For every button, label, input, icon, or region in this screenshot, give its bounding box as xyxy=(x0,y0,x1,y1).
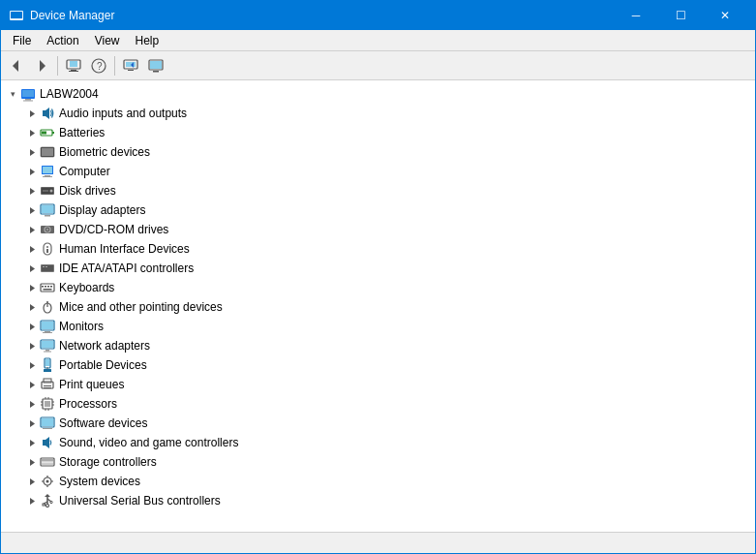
svg-rect-1 xyxy=(11,12,22,18)
svg-rect-18 xyxy=(22,90,34,97)
svg-marker-4 xyxy=(40,60,45,72)
menu-item-view[interactable]: View xyxy=(87,32,128,49)
tree-item-keyboards[interactable]: Keyboards xyxy=(1,278,755,297)
icon-dvd xyxy=(40,222,55,237)
toggle-storage[interactable] xyxy=(24,454,40,470)
icon-audio xyxy=(40,106,55,121)
icon-processors xyxy=(40,396,55,412)
icon-diskdrives xyxy=(40,183,55,199)
toggle-software[interactable] xyxy=(24,416,40,431)
main-content[interactable]: ▾ LABW2004 Audio inputs and outputsBatte… xyxy=(1,80,755,532)
toggle-keyboards[interactable] xyxy=(24,280,40,295)
tree-root[interactable]: ▾ LABW2004 xyxy=(1,84,755,104)
toggle-usb[interactable] xyxy=(24,493,40,508)
svg-marker-44 xyxy=(30,227,35,233)
root-icon xyxy=(20,86,36,102)
icon-usb xyxy=(40,493,55,508)
tree-item-usb[interactable]: Universal Serial Bus controllers xyxy=(1,491,755,510)
tree-item-biometric[interactable]: Biometric devices xyxy=(1,142,755,162)
toolbar-btn-monitor[interactable] xyxy=(144,54,167,77)
menu-item-file[interactable]: File xyxy=(5,32,39,49)
tree-item-software[interactable]: Software devices xyxy=(1,414,755,433)
tree-item-network[interactable]: Network adapters xyxy=(1,336,755,355)
toggle-print[interactable] xyxy=(24,377,40,392)
icon-mice xyxy=(40,299,55,315)
toolbar-btn-back[interactable] xyxy=(5,54,28,77)
icon-computer xyxy=(40,164,55,179)
toolbar-btn-forward[interactable] xyxy=(30,54,53,77)
tree-item-diskdrives[interactable]: Disk drives xyxy=(1,181,755,200)
label-ide: IDE ATA/ATAPI controllers xyxy=(59,262,194,275)
device-tree: ▾ LABW2004 Audio inputs and outputsBatte… xyxy=(1,82,755,512)
toggle-system[interactable] xyxy=(24,474,40,489)
root-toggle[interactable]: ▾ xyxy=(5,86,20,102)
close-button[interactable]: ✕ xyxy=(703,1,747,30)
svg-marker-116 xyxy=(30,498,35,505)
svg-rect-15 xyxy=(150,61,162,69)
svg-rect-60 xyxy=(45,286,46,288)
tree-item-dvd[interactable]: DVD/CD-ROM drives xyxy=(1,220,755,239)
tree-item-display[interactable]: Display adapters xyxy=(1,200,755,220)
tree-item-print[interactable]: Print queues xyxy=(1,375,755,394)
toggle-monitors[interactable] xyxy=(24,319,40,334)
toolbar-btn-help[interactable]: ? xyxy=(87,54,110,77)
icon-storage xyxy=(40,454,55,470)
svg-rect-13 xyxy=(128,70,134,71)
tree-item-system[interactable]: System devices xyxy=(1,472,755,491)
toggle-batteries[interactable] xyxy=(24,125,40,140)
label-print: Print queues xyxy=(59,378,124,391)
toggle-biometric[interactable] xyxy=(24,144,40,160)
toggle-processors[interactable] xyxy=(24,396,40,412)
tree-item-monitors[interactable]: Monitors xyxy=(1,317,755,336)
svg-rect-63 xyxy=(44,289,52,291)
menu-item-help[interactable]: Help xyxy=(128,32,167,49)
maximize-button[interactable]: ☐ xyxy=(658,1,703,30)
svg-rect-59 xyxy=(42,286,44,288)
svg-marker-48 xyxy=(30,246,35,253)
label-display: Display adapters xyxy=(59,203,145,217)
toolbar-btn-scan[interactable] xyxy=(119,54,142,77)
svg-point-123 xyxy=(46,505,49,508)
svg-text:?: ? xyxy=(97,61,103,72)
toggle-computer[interactable] xyxy=(24,164,40,179)
svg-rect-54 xyxy=(42,265,53,271)
toggle-portable[interactable] xyxy=(24,357,40,373)
svg-rect-107 xyxy=(42,459,53,462)
toggle-network[interactable] xyxy=(24,338,40,354)
toggle-mice[interactable] xyxy=(24,299,40,315)
toggle-audio[interactable] xyxy=(24,106,40,121)
title-bar-buttons: ─ ☐ ✕ xyxy=(614,1,747,30)
toggle-display[interactable] xyxy=(24,202,40,218)
toggle-diskdrives[interactable] xyxy=(24,183,40,199)
tree-item-audio[interactable]: Audio inputs and outputs xyxy=(1,104,755,123)
svg-rect-2 xyxy=(12,19,21,20)
svg-rect-76 xyxy=(45,350,49,352)
svg-rect-102 xyxy=(43,428,52,429)
svg-rect-75 xyxy=(42,341,53,348)
menu-item-action[interactable]: Action xyxy=(39,32,86,49)
icon-keyboards xyxy=(40,280,55,295)
svg-rect-20 xyxy=(23,101,33,102)
toggle-ide[interactable] xyxy=(24,261,40,276)
tree-item-storage[interactable]: Storage controllers xyxy=(1,452,755,472)
icon-system xyxy=(40,474,55,489)
tree-item-processors[interactable]: Processors xyxy=(1,394,755,414)
toggle-sound[interactable] xyxy=(24,435,40,450)
tree-item-batteries[interactable]: Batteries xyxy=(1,123,755,142)
tree-item-sound[interactable]: Sound, video and game controllers xyxy=(1,433,755,452)
tree-item-hid[interactable]: Human Interface Devices xyxy=(1,239,755,259)
tree-item-ide[interactable]: IDE ATA/ATAPI controllers xyxy=(1,259,755,278)
label-mice: Mice and other pointing devices xyxy=(59,300,223,314)
label-portable: Portable Devices xyxy=(59,358,147,372)
toolbar-btn-computer[interactable] xyxy=(62,54,85,77)
svg-marker-68 xyxy=(30,323,35,330)
tree-item-mice[interactable]: Mice and other pointing devices xyxy=(1,297,755,317)
toggle-hid[interactable] xyxy=(24,241,40,257)
svg-point-111 xyxy=(46,480,49,483)
toggle-dvd[interactable] xyxy=(24,222,40,237)
minimize-button[interactable]: ─ xyxy=(614,1,658,30)
label-biometric: Biometric devices xyxy=(59,145,150,159)
tree-item-computer[interactable]: Computer xyxy=(1,162,755,181)
label-software: Software devices xyxy=(59,416,147,430)
tree-item-portable[interactable]: Portable Devices xyxy=(1,355,755,375)
